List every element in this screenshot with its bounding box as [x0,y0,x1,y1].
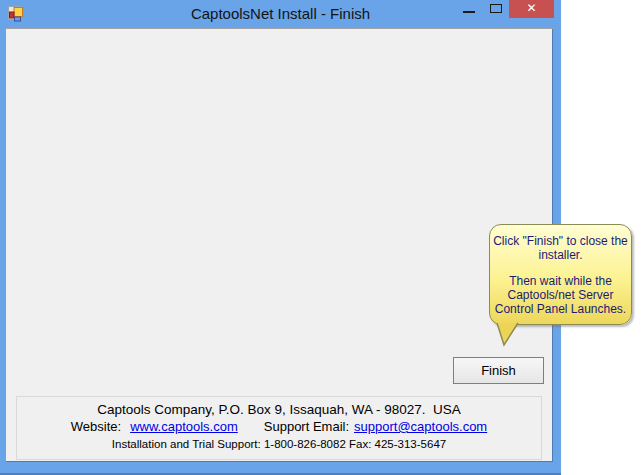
close-icon: ✕ [526,0,536,18]
installer-window: CaptoolsNet Install - Finish ✕ Finish Ca… [0,0,561,475]
title-bar[interactable]: CaptoolsNet Install - Finish ✕ [0,0,561,28]
maximize-icon [490,4,502,13]
minimize-button[interactable] [455,0,483,18]
support-email-link[interactable]: support@captools.com [354,419,487,434]
balloon-text-line: Then wait while the [490,274,631,288]
close-button[interactable]: ✕ [509,0,554,18]
footer-panel: Captools Company, P.O. Box 9, Issaquah, … [16,396,542,460]
website-label: Website: [71,419,121,434]
balloon-text-line: Click "Finish" to close the [490,234,631,248]
support-email-label: Support Email: [264,419,349,434]
client-area: Finish Captools Company, P.O. Box 9, Iss… [6,28,553,462]
maximize-button[interactable] [483,0,509,18]
minimize-icon [463,11,475,13]
balloon-text-line: Captools/net Server [490,288,631,302]
desktop-background: CaptoolsNet Install - Finish ✕ Finish Ca… [0,0,641,475]
contact-line: Website:www.captools.comSupport Email:su… [17,419,541,434]
company-address: Captools Company, P.O. Box 9, Issaquah, … [17,402,541,417]
website-link[interactable]: www.captools.com [130,419,238,434]
balloon-text-line: Control Panel Launches. [490,302,631,316]
caption-buttons: ✕ [455,0,554,18]
balloon-tail-icon [496,320,520,348]
finish-button[interactable]: Finish [453,357,544,384]
tooltip-balloon: Click "Finish" to close the installer. T… [489,224,632,325]
balloon-text-line: installer. [490,248,631,262]
support-phone-line: Installation and Trial Support: 1-800-82… [17,438,541,450]
